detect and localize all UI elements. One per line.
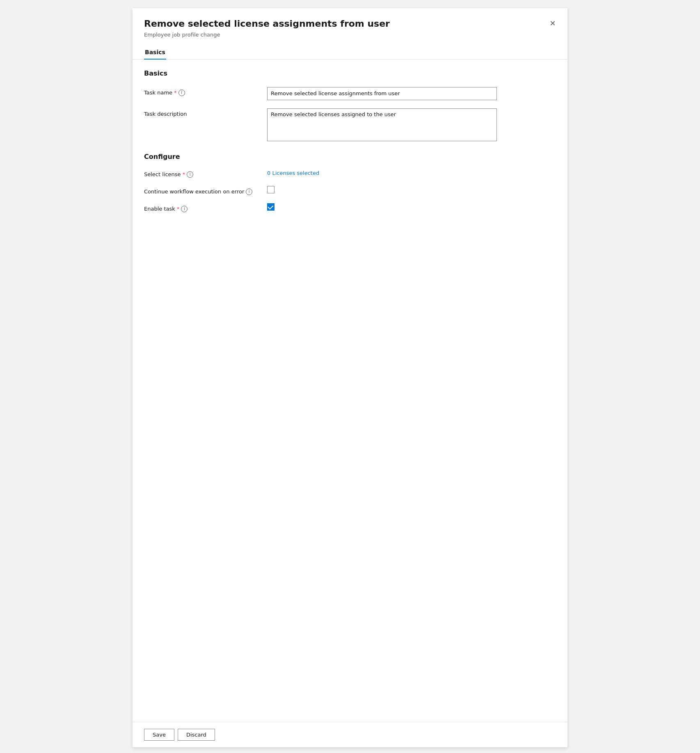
- task-name-field: Task name * i: [144, 87, 556, 100]
- enable-task-control: [267, 203, 556, 211]
- continue-workflow-field: Continue workflow execution on error i: [144, 186, 556, 195]
- enable-task-checkbox[interactable]: [267, 203, 275, 211]
- select-license-required: *: [183, 171, 185, 177]
- task-name-label: Task name * i: [144, 87, 267, 96]
- configure-section: Configure Select license * i 0 Licenses …: [144, 153, 556, 212]
- continue-workflow-control: [267, 186, 556, 193]
- task-description-field: Task description Remove selected license…: [144, 108, 556, 143]
- basics-section-title: Basics: [144, 69, 556, 77]
- enable-task-required: *: [177, 206, 180, 212]
- dialog: Remove selected license assignments from…: [133, 8, 567, 747]
- select-license-control: 0 Licenses selected: [267, 169, 556, 177]
- enable-task-field: Enable task * i: [144, 203, 556, 212]
- continue-workflow-checkbox[interactable]: [267, 186, 275, 193]
- continue-workflow-label: Continue workflow execution on error i: [144, 186, 267, 195]
- task-description-label: Task description: [144, 108, 267, 117]
- task-name-required: *: [174, 90, 177, 96]
- task-description-control: Remove selected licenses assigned to the…: [267, 108, 556, 143]
- configure-title: Configure: [144, 153, 556, 161]
- dialog-footer: Save Discard: [133, 722, 567, 747]
- tab-basics[interactable]: Basics: [144, 45, 166, 60]
- select-license-link[interactable]: 0 Licenses selected: [267, 170, 319, 176]
- enable-task-info-icon[interactable]: i: [181, 206, 188, 212]
- select-license-field: Select license * i 0 Licenses selected: [144, 169, 556, 178]
- task-name-control: [267, 87, 556, 100]
- save-button[interactable]: Save: [144, 729, 174, 741]
- dialog-title: Remove selected license assignments from…: [144, 18, 556, 30]
- dialog-header: Remove selected license assignments from…: [133, 8, 567, 44]
- close-button[interactable]: ✕: [546, 16, 559, 30]
- continue-workflow-info-icon[interactable]: i: [246, 188, 252, 195]
- task-name-info-icon[interactable]: i: [178, 90, 185, 96]
- task-description-textarea[interactable]: Remove selected licenses assigned to the…: [267, 108, 497, 141]
- enable-task-label: Enable task * i: [144, 203, 267, 212]
- discard-button[interactable]: Discard: [178, 729, 215, 741]
- tabs-bar: Basics: [133, 44, 567, 60]
- task-name-input[interactable]: [267, 87, 497, 100]
- dialog-body: Basics Task name * i Task description Re…: [133, 60, 567, 722]
- select-license-info-icon[interactable]: i: [187, 171, 193, 178]
- dialog-subtitle: Employee job profile change: [144, 32, 556, 38]
- select-license-label: Select license * i: [144, 169, 267, 178]
